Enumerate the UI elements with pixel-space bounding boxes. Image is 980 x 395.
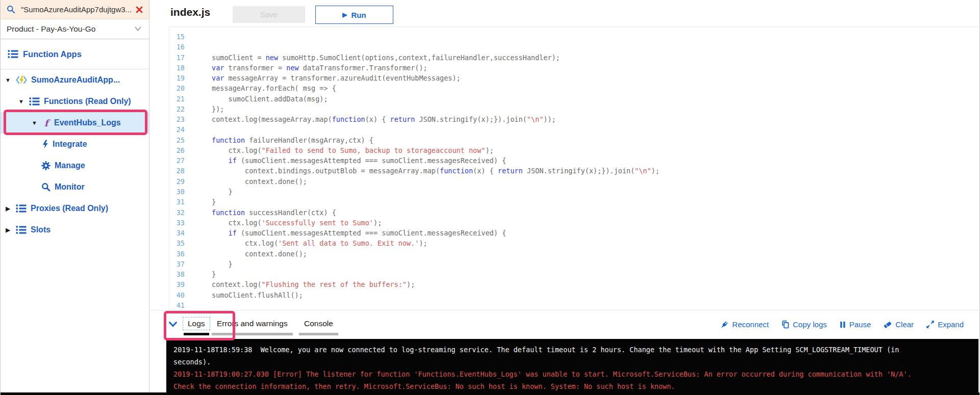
line-number: 33 [169, 218, 185, 228]
code-text: context.done(); [212, 249, 307, 259]
console-line: Check the connection information, then r… [173, 380, 973, 392]
code-line: 26 ctx.log("Failed to send to Sumo, back… [169, 145, 979, 155]
caret-expanded-icon[interactable]: ▼ [17, 98, 25, 104]
slots-label: Slots [31, 225, 51, 234]
log-stream-console[interactable]: 2019-11-18T18:59:38 Welcome, you are now… [166, 339, 978, 392]
console-line: 2019-11-18T18:59:38 Welcome, you are now… [173, 344, 973, 356]
code-text: sumoClient = new sumoHttp.SumoClient(opt… [212, 52, 560, 63]
code-text: ctx.log("Failed to send to Sumo, backup … [212, 145, 494, 155]
line-number: 17 [169, 52, 185, 63]
code-line: 39context.log("Flushing the rest of the … [169, 279, 979, 289]
sidebar-item-monitor[interactable]: Monitor [1, 176, 149, 198]
tab-console-label: Console [299, 317, 338, 330]
copy-logs-label: Copy logs [793, 320, 827, 329]
sidebar-search-box[interactable] [1, 0, 149, 19]
code-text: var messageArray = transformer.azureAudi… [212, 73, 461, 83]
function-symbol-icon: f [42, 118, 50, 128]
expand-button[interactable]: Expand [926, 320, 964, 329]
sidebar-item-function-apps[interactable]: Function Apps [1, 39, 149, 69]
pause-icon [839, 321, 846, 329]
plug-icon [720, 320, 729, 329]
code-line: 25function failureHandler(msgArray,ctx) … [169, 135, 979, 145]
line-number: 28 [169, 166, 185, 176]
list-icon [16, 204, 27, 213]
collapse-panel-chevron-icon[interactable] [168, 321, 178, 328]
eraser-icon [883, 320, 892, 329]
code-line: 38} [169, 269, 979, 279]
line-number: 27 [169, 155, 185, 166]
sidebar-item-slots[interactable]: ▶ Slots [1, 219, 149, 241]
code-line: 19var messageArray = transformer.azureAu… [169, 73, 979, 83]
subscription-label: Product - Pay-As-You-Go [7, 24, 95, 34]
line-number: 15 [169, 32, 185, 42]
search-icon [7, 5, 15, 14]
integrate-label: Integrate [53, 140, 87, 149]
line-number: 16 [169, 42, 185, 52]
code-line: 31} [169, 197, 979, 207]
editor-toolbar: index.js Save ▶ Run [150, 0, 979, 27]
tab-console[interactable]: Console [299, 317, 338, 335]
expand-label: Expand [938, 320, 964, 329]
close-icon[interactable] [136, 6, 143, 13]
sidebar-item-functions[interactable]: ▼ Functions (Read Only) [1, 91, 149, 112]
function-name-label: EventHubs_Logs [54, 118, 121, 127]
tab-logs[interactable]: Logs [183, 317, 210, 335]
tab-errors-and-warnings[interactable]: Errors and warnings [212, 317, 293, 335]
line-number: 29 [169, 176, 185, 187]
code-line: 20messageArray.forEach( msg => { [169, 83, 979, 93]
list-icon [8, 49, 18, 59]
clear-button[interactable]: Clear [883, 320, 914, 329]
pause-label: Pause [849, 320, 871, 329]
pause-button[interactable]: Pause [839, 320, 871, 329]
sidebar: Product - Pay-As-You-Go Function Apps ▼ … [1, 0, 149, 392]
line-number: 23 [169, 114, 185, 124]
tab-errors-label: Errors and warnings [212, 317, 293, 330]
caret-expanded-icon[interactable]: ▼ [31, 120, 38, 126]
code-text: context.log("Flushing the rest of the bu… [212, 279, 415, 289]
code-text: } [212, 187, 233, 197]
code-text: }); [212, 104, 224, 114]
sidebar-item-proxies[interactable]: ▶ Proxies (Read Only) [1, 198, 149, 219]
caret-collapsed-icon[interactable]: ▶ [4, 205, 12, 212]
line-number: 40 [169, 290, 185, 300]
sidebar-item-eventhubs-logs[interactable]: ▼ f EventHubs_Logs [1, 112, 149, 134]
subscription-dropdown[interactable]: Product - Pay-As-You-Go [1, 19, 149, 39]
code-line: 18var transformer = new dataTransformer.… [169, 63, 979, 73]
line-number: 35 [169, 238, 185, 248]
reconnect-button[interactable]: Reconnect [720, 320, 769, 329]
code-line: 35 ctx.log('Sent all data to Sumo. Exit … [169, 238, 979, 248]
tab-logs-label: Logs [183, 317, 210, 330]
code-line: 34 if (sumoClient.messagesAttempted === … [169, 228, 979, 238]
line-number: 38 [169, 269, 185, 279]
search-input[interactable] [20, 5, 133, 14]
magnifier-icon [41, 182, 51, 192]
caret-expanded-icon[interactable]: ▼ [4, 77, 12, 83]
line-number: 36 [169, 249, 185, 259]
function-app-icon [16, 75, 27, 85]
sidebar-item-manage[interactable]: Manage [1, 155, 149, 176]
azure-functions-portal: Product - Pay-As-You-Go Function Apps ▼ … [0, 0, 980, 395]
console-line: 2019-11-18T19:00:27.030 [Error] The list… [173, 368, 973, 380]
caret-collapsed-icon[interactable]: ▶ [4, 227, 12, 233]
sidebar-item-app[interactable]: ▼ SumoAzureAuditApp... [1, 69, 149, 91]
line-number: 25 [169, 135, 185, 145]
code-text: sumoClient.addData(msg); [212, 94, 328, 104]
code-text: function failureHandler(msgArray,ctx) { [212, 135, 373, 145]
run-label: Run [351, 11, 366, 19]
gear-icon [41, 161, 51, 170]
code-line: 37 } [169, 259, 979, 269]
code-editor[interactable]: 151617sumoClient = new sumoHttp.SumoClie… [169, 27, 979, 315]
sidebar-item-integrate[interactable]: Integrate [1, 134, 149, 155]
code-line: 21 sumoClient.addData(msg); [169, 94, 979, 104]
code-text: } [212, 197, 216, 207]
line-number: 24 [169, 124, 185, 135]
tab-console-underline [299, 333, 338, 335]
app-name-label: SumoAzureAuditApp... [31, 75, 120, 85]
copy-logs-button[interactable]: Copy logs [781, 320, 827, 329]
console-lines: 2019-11-18T18:59:38 Welcome, you are now… [173, 344, 973, 392]
save-button[interactable]: Save [233, 6, 305, 23]
code-text: } [212, 259, 233, 269]
run-button[interactable]: ▶ Run [315, 6, 393, 24]
manage-label: Manage [55, 161, 85, 170]
code-lines: 151617sumoClient = new sumoHttp.SumoClie… [169, 32, 979, 310]
